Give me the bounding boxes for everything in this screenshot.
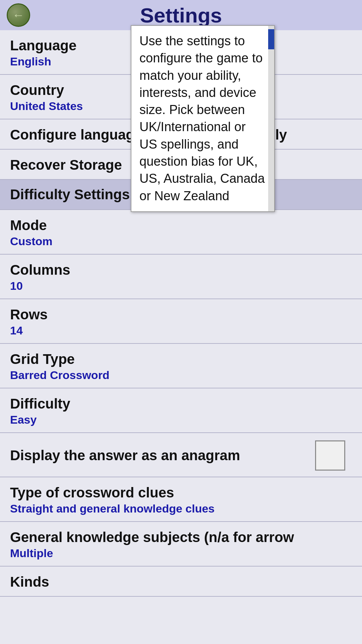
- back-arrow-icon: ←: [12, 9, 24, 21]
- scrollbar-thumb: [268, 29, 274, 49]
- setting-value-difficulty: Easy: [10, 413, 352, 426]
- setting-value-rows: 14: [10, 324, 352, 337]
- setting-value-clue-type: Straight and general knowledge clues: [10, 502, 352, 515]
- setting-label-grid-type: Grid Type: [10, 351, 352, 367]
- setting-row-rows[interactable]: Rows 14: [0, 299, 362, 344]
- app-header: ← Settings Use the settings to configure…: [0, 0, 362, 30]
- setting-row-clue-type[interactable]: Type of crossword clues Straight and gen…: [0, 477, 362, 522]
- setting-value-mode: Custom: [10, 235, 352, 248]
- setting-label-display-anagram: Display the answer as an anagram: [10, 447, 240, 464]
- back-button[interactable]: ←: [7, 3, 30, 27]
- checkbox-area-anagram: Display the answer as an anagram: [10, 440, 352, 471]
- tooltip-popup: Use the settings to configure the game t…: [131, 25, 275, 212]
- setting-label-columns: Columns: [10, 262, 352, 278]
- setting-label-rows: Rows: [10, 307, 352, 323]
- setting-label-mode: Mode: [10, 217, 352, 233]
- setting-label-clue-type: Type of crossword clues: [10, 485, 352, 501]
- setting-label-difficulty: Difficulty: [10, 396, 352, 412]
- setting-value-gk-subjects: Multiple: [10, 547, 352, 560]
- setting-row-gk-subjects[interactable]: General knowledge subjects (n/a for arro…: [0, 522, 362, 567]
- setting-value-columns: 10: [10, 279, 352, 292]
- setting-label-kinds: Kinds: [10, 574, 352, 590]
- page-title: Settings: [30, 3, 332, 27]
- setting-row-grid-type[interactable]: Grid Type Barred Crossword: [0, 344, 362, 388]
- setting-row-kinds[interactable]: Kinds: [0, 567, 362, 597]
- setting-row-difficulty[interactable]: Difficulty Easy: [0, 388, 362, 433]
- tooltip-scrollbar[interactable]: [268, 26, 274, 211]
- checkbox-display-anagram[interactable]: [315, 440, 345, 471]
- setting-row-mode[interactable]: Mode Custom: [0, 210, 362, 255]
- setting-value-grid-type: Barred Crossword: [10, 369, 352, 382]
- setting-row-columns[interactable]: Columns 10: [0, 255, 362, 299]
- setting-row-display-anagram[interactable]: Display the answer as an anagram: [0, 433, 362, 477]
- setting-label-gk-subjects: General knowledge subjects (n/a for arro…: [10, 529, 352, 545]
- tooltip-text: Use the settings to configure the game t…: [139, 34, 265, 203]
